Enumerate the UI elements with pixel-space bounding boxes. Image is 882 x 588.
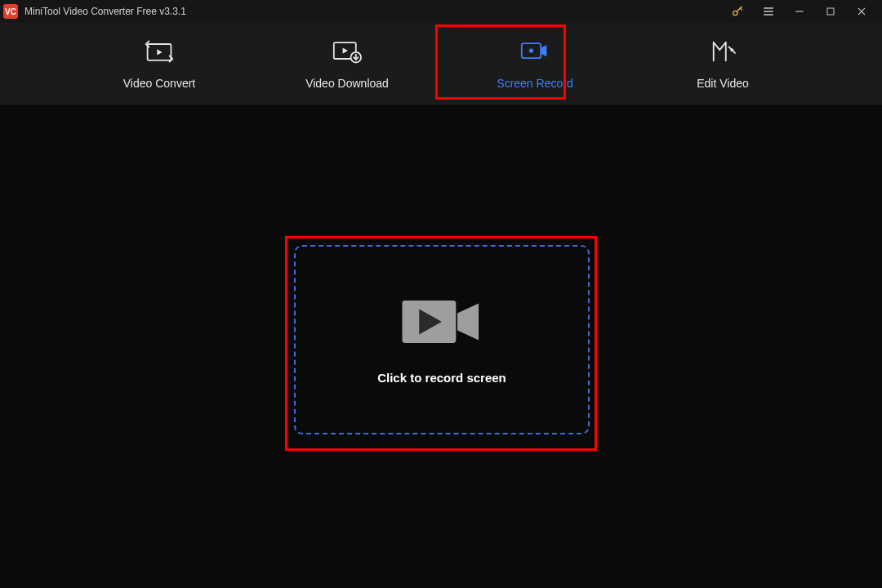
- svg-point-14: [529, 48, 533, 52]
- close-button[interactable]: [846, 0, 877, 23]
- record-screen-card[interactable]: Click to record screen: [294, 245, 590, 434]
- screen-record-icon: [520, 38, 550, 65]
- menu-icon[interactable]: [753, 0, 784, 23]
- tab-screen-record[interactable]: Screen Record: [470, 38, 600, 90]
- video-download-icon: [332, 38, 362, 65]
- svg-marker-11: [343, 48, 348, 54]
- edit-video-icon: [709, 38, 737, 65]
- svg-rect-5: [827, 8, 834, 15]
- app-title: MiniTool Video Converter Free v3.3.1: [24, 6, 186, 17]
- tab-video-convert[interactable]: Video Convert: [94, 38, 225, 90]
- minimize-button[interactable]: [784, 0, 815, 23]
- camera-play-icon: [399, 296, 484, 348]
- titlebar: VC MiniTool Video Converter Free v3.3.1: [0, 0, 882, 23]
- nav-label: Edit Video: [697, 77, 749, 90]
- app-logo-text: VC: [5, 7, 16, 16]
- svg-marker-9: [157, 49, 162, 55]
- record-prompt-label: Click to record screen: [377, 371, 506, 385]
- svg-point-15: [730, 48, 733, 51]
- window-controls: [722, 0, 877, 23]
- nav-label: Screen Record: [497, 77, 572, 90]
- maximize-button[interactable]: [815, 0, 846, 23]
- content-area: Click to record screen: [0, 105, 882, 588]
- main-nav: Video Convert Video Download Screen Reco…: [0, 23, 882, 105]
- key-icon[interactable]: [722, 0, 753, 23]
- app-logo: VC: [3, 4, 18, 19]
- video-convert-icon: [145, 38, 174, 65]
- tab-edit-video[interactable]: Edit Video: [657, 38, 788, 90]
- tab-video-download[interactable]: Video Download: [282, 38, 412, 90]
- nav-label: Video Download: [305, 77, 389, 90]
- nav-label: Video Convert: [123, 77, 195, 90]
